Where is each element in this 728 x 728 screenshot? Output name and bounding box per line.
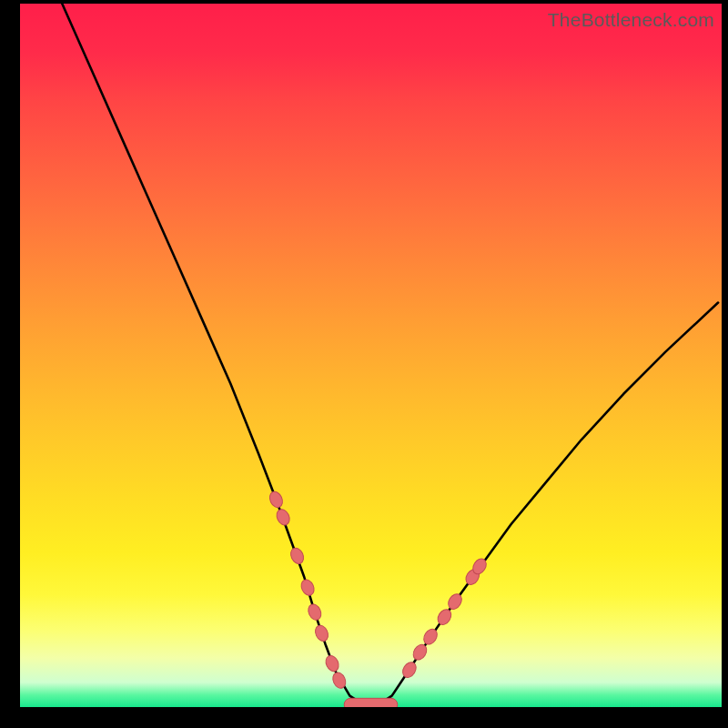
curve-flat-segment xyxy=(344,698,398,707)
curve-marker xyxy=(306,602,323,622)
svg-point-1 xyxy=(274,507,291,527)
curve-marker xyxy=(288,546,306,566)
svg-point-6 xyxy=(323,653,340,673)
curve-marker xyxy=(298,578,316,598)
bottleneck-curve-svg xyxy=(20,4,722,707)
curve-marker xyxy=(313,623,330,643)
curve-marker xyxy=(435,607,454,627)
svg-point-8 xyxy=(400,660,420,680)
curve-path xyxy=(62,4,718,705)
curve-marker xyxy=(274,507,291,527)
svg-point-3 xyxy=(298,578,316,598)
curve-marker xyxy=(268,490,285,510)
svg-point-4 xyxy=(306,602,323,622)
svg-point-11 xyxy=(435,607,454,627)
svg-point-2 xyxy=(288,546,306,566)
curve-marker xyxy=(400,660,420,680)
curve-marker xyxy=(323,653,340,673)
svg-point-0 xyxy=(268,490,285,510)
attribution-label: TheBottleneck.com xyxy=(548,9,714,31)
svg-point-5 xyxy=(313,623,330,643)
chart-frame: TheBottleneck.com xyxy=(20,4,722,707)
